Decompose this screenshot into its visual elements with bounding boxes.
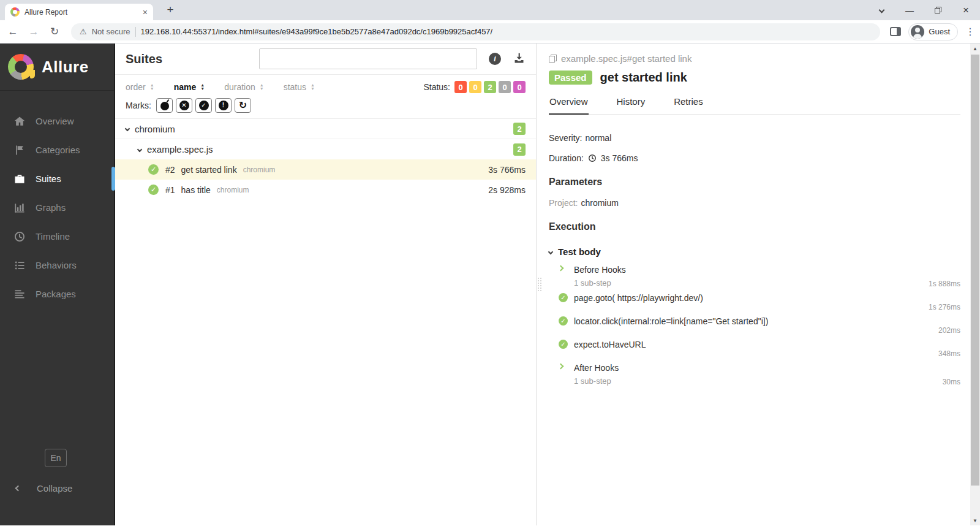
step-duration: 348ms bbox=[938, 349, 960, 358]
expand-step-icon bbox=[558, 265, 564, 272]
severity-value: normal bbox=[585, 133, 611, 143]
passed-check-icon: ✓ bbox=[559, 340, 568, 349]
test-row-get-started-link[interactable]: ✓ #2 get started link chromium 3s 766ms bbox=[115, 159, 536, 180]
sidebar-nav: Overview Categories Suites Graphs Timeli… bbox=[0, 107, 114, 308]
sort-duration[interactable]: duration ▲▼ bbox=[224, 82, 264, 92]
breadcrumb[interactable]: example.spec.js#get started link bbox=[549, 53, 960, 64]
profile-name: Guest bbox=[929, 27, 950, 36]
panel-splitter-handle[interactable] bbox=[538, 278, 541, 291]
group-passed-badge: 2 bbox=[513, 123, 526, 135]
test-name: has title bbox=[181, 185, 211, 195]
step-after-hooks[interactable]: After Hooks 1 sub-step 30ms bbox=[559, 359, 960, 387]
test-tag: chromium bbox=[243, 166, 276, 174]
passed-count-badge[interactable]: 2 bbox=[484, 81, 496, 93]
minimize-button[interactable]: — bbox=[895, 0, 924, 20]
language-button[interactable]: En bbox=[45, 449, 67, 467]
tree-group-chromium[interactable]: chromium 2 bbox=[115, 119, 536, 139]
sidebar-item-packages[interactable]: Packages bbox=[0, 280, 114, 308]
sort-status[interactable]: status ▲▼ bbox=[284, 82, 315, 92]
test-row-has-title[interactable]: ✓ #1 has title chromium 2s 928ms bbox=[115, 180, 536, 200]
allure-favicon-icon bbox=[10, 7, 20, 17]
sidebar-item-graphs[interactable]: Graphs bbox=[0, 193, 114, 222]
sidebar-item-categories[interactable]: Categories bbox=[0, 135, 114, 164]
breadcrumb-text: example.spec.js#get started link bbox=[561, 53, 692, 64]
unknown-count-badge[interactable]: 0 bbox=[513, 81, 526, 93]
sidebar-item-suites[interactable]: Suites bbox=[0, 164, 114, 193]
sidebar: Allure Overview Categories Suites Graphs bbox=[0, 44, 115, 525]
mark-muted-button[interactable]: ✕ bbox=[176, 98, 192, 113]
mark-known-button[interactable]: ✓ bbox=[195, 98, 212, 113]
passed-check-icon: ✓ bbox=[559, 293, 568, 302]
briefcase-icon bbox=[13, 173, 26, 185]
search-input[interactable] bbox=[259, 48, 477, 69]
side-panel-icon[interactable] bbox=[890, 27, 901, 36]
suites-tree: chromium 2 example.spec.js 2 ✓ #2 get st… bbox=[115, 119, 536, 525]
sidebar-item-behaviors[interactable]: Behaviors bbox=[0, 251, 114, 280]
scroll-down-icon[interactable]: ▼ bbox=[970, 516, 980, 525]
tree-group-spec[interactable]: example.spec.js 2 bbox=[115, 139, 536, 159]
browser-toolbar: ← → ↻ ⚠ Not secure 192.168.10.44:55371/i… bbox=[0, 20, 980, 44]
sort-label: duration bbox=[224, 82, 255, 92]
url-bar[interactable]: ⚠ Not secure 192.168.10.44:55371/index.h… bbox=[71, 23, 880, 40]
profile-button[interactable]: Guest bbox=[908, 23, 958, 40]
failed-count-badge[interactable]: 0 bbox=[454, 81, 467, 93]
test-body-label: Test body bbox=[558, 246, 601, 257]
url-separator bbox=[135, 27, 136, 37]
tab-history[interactable]: History bbox=[616, 91, 646, 114]
scroll-up-icon[interactable]: ▲ bbox=[970, 44, 980, 53]
severity-label: Severity: bbox=[549, 133, 582, 143]
back-button[interactable]: ← bbox=[6, 26, 20, 38]
browser-tab[interactable]: Allure Report × bbox=[5, 4, 153, 20]
sidebar-item-timeline[interactable]: Timeline bbox=[0, 222, 114, 251]
sidebar-item-label: Timeline bbox=[36, 231, 70, 242]
mark-new-button[interactable]: ! bbox=[215, 98, 232, 113]
sidebar-item-label: Graphs bbox=[36, 202, 66, 213]
tab-overview[interactable]: Overview bbox=[549, 91, 589, 115]
collapse-chevron-icon bbox=[15, 486, 21, 492]
page-scrollbar[interactable]: ▲ ▼ bbox=[970, 44, 980, 525]
skipped-count-badge[interactable]: 0 bbox=[499, 81, 511, 93]
broken-count-badge[interactable]: 0 bbox=[469, 81, 481, 93]
allure-logo-icon bbox=[8, 54, 34, 80]
home-icon bbox=[13, 115, 26, 128]
new-tab-button[interactable]: + bbox=[162, 2, 179, 19]
project-line: Project: chromium bbox=[549, 198, 960, 208]
chevron-down-icon bbox=[125, 126, 130, 131]
status-label: Status: bbox=[423, 82, 450, 92]
brand-row[interactable]: Allure bbox=[0, 44, 114, 91]
severity-line: Severity: normal bbox=[549, 133, 960, 143]
project-label: Project: bbox=[549, 198, 578, 208]
step-duration: 30ms bbox=[943, 378, 960, 386]
tab-retries[interactable]: Retries bbox=[673, 91, 704, 114]
step-duration: 1s 276ms bbox=[929, 303, 960, 311]
sort-name[interactable]: name ▲▼ bbox=[174, 82, 205, 92]
step-page-goto[interactable]: ✓ page.goto( https://playwright.dev/) 1s… bbox=[559, 289, 960, 312]
cross-circle-icon: ✕ bbox=[179, 101, 189, 110]
step-expect-tohaveurl[interactable]: ✓ expect.toHaveURL 348ms bbox=[559, 336, 960, 359]
test-body-toggle[interactable]: Test body bbox=[549, 246, 960, 257]
download-icon[interactable] bbox=[513, 51, 526, 67]
tab-close-icon[interactable]: × bbox=[143, 8, 148, 17]
step-before-hooks[interactable]: Before Hooks 1 sub-step 1s 888ms bbox=[559, 261, 960, 289]
restore-button[interactable] bbox=[924, 0, 952, 20]
scrollbar-thumb[interactable] bbox=[971, 55, 979, 486]
sort-label: name bbox=[174, 82, 197, 92]
clock-icon bbox=[588, 154, 597, 162]
test-number: #2 bbox=[165, 165, 175, 175]
clock-icon bbox=[13, 231, 26, 243]
sort-order[interactable]: order ▲▼ bbox=[126, 82, 154, 92]
marks-label: Marks: bbox=[126, 101, 151, 110]
step-locator-click[interactable]: ✓ locator.click(internal:role=link[name=… bbox=[559, 313, 960, 335]
sidebar-item-label: Packages bbox=[36, 289, 76, 299]
tab-search-icon[interactable] bbox=[867, 0, 895, 20]
reload-button[interactable]: ↻ bbox=[48, 25, 61, 38]
mark-retries-button[interactable]: ↻ bbox=[235, 98, 251, 113]
test-detail-panel: example.spec.js#get started link Passed … bbox=[537, 44, 970, 525]
sidebar-item-overview[interactable]: Overview bbox=[0, 107, 114, 135]
collapse-button[interactable]: Collapse bbox=[16, 483, 72, 494]
close-button[interactable]: × bbox=[952, 0, 980, 20]
mark-flaky-button[interactable] bbox=[156, 98, 173, 113]
browser-menu-icon[interactable]: ⋮ bbox=[965, 26, 974, 37]
info-icon[interactable]: i bbox=[489, 53, 501, 65]
panel-title: Suites bbox=[126, 52, 162, 66]
